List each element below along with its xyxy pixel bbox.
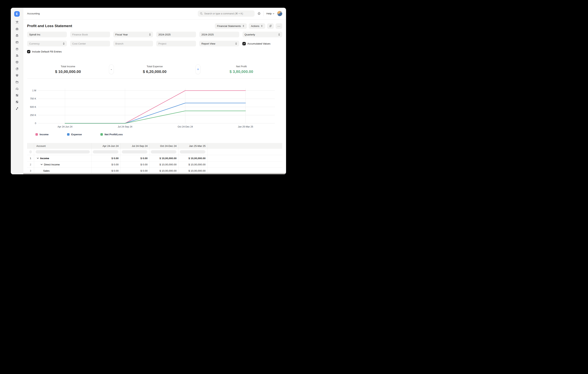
app-sidebar: E	[11, 8, 23, 174]
account-column-header[interactable]: Account	[34, 143, 92, 149]
report-summary: Total Income $ 10,00,000.00 - Total Expe…	[27, 64, 282, 74]
credit-card-icon[interactable]	[15, 41, 19, 44]
pie-chart-icon[interactable]	[15, 67, 19, 71]
search-input[interactable]: Search or type a command (⌘ + K)	[198, 11, 255, 17]
account-name[interactable]: Sales	[43, 169, 50, 172]
package-icon[interactable]	[15, 60, 19, 64]
q4-column-header[interactable]: Jan 25-Mar 25	[179, 143, 208, 149]
project-filter[interactable]: Project	[156, 41, 196, 46]
headset-icon[interactable]	[15, 87, 19, 90]
updown-chevrons-icon	[149, 33, 151, 36]
net-profit-summary: Net Profit $ 3,80,000.00	[200, 65, 282, 74]
tools-icon[interactable]	[15, 21, 19, 24]
topbar: Accounting Search or type a command (⌘ +…	[23, 8, 286, 20]
more-options-button[interactable]: ...	[276, 23, 282, 29]
legend-item-net-profit[interactable]: Net Profit/Loss	[100, 133, 123, 136]
equals-operator-pill: =	[196, 64, 200, 74]
svg-text:Apr 24-Jun 24: Apr 24-Jun 24	[58, 125, 73, 128]
archive-box-icon[interactable]	[15, 34, 19, 37]
legend-item-expense[interactable]: Expense	[67, 133, 82, 136]
section-divider	[27, 78, 282, 79]
income-swatch	[35, 133, 38, 136]
row-number-filter[interactable]	[29, 150, 32, 153]
window-bottom-edge	[23, 173, 286, 174]
account-name[interactable]: Income	[40, 157, 49, 160]
line-chart-canvas: 1 M750 K500 K250 K0Apr 24-Jun 24Jul 24-S…	[27, 86, 277, 131]
checkbox-checked-icon	[242, 42, 246, 45]
q2-filter-input[interactable]	[122, 150, 147, 153]
plug-icon[interactable]	[15, 107, 19, 110]
chevron-down-icon[interactable]	[37, 157, 39, 159]
notifications-bell-icon[interactable]	[257, 12, 261, 15]
q1-filter-input[interactable]	[93, 150, 118, 153]
shield-check-icon[interactable]	[15, 74, 19, 77]
search-placeholder: Search or type a command (⌘ + K)	[204, 12, 243, 15]
start-year-filter[interactable]: 2024-2025	[156, 32, 196, 37]
actions-dropdown[interactable]: Actions	[249, 23, 265, 29]
cell-value: $ 0.00	[121, 155, 150, 161]
report-page: Profit and Loss Statement Financial Stat…	[23, 20, 286, 174]
q3-column-header[interactable]: Oct 24-Dec 24	[150, 143, 179, 149]
help-menu[interactable]: Help	[266, 12, 274, 15]
topbar-divider	[263, 11, 264, 16]
svg-text:750 K: 750 K	[30, 97, 36, 100]
branch-filter[interactable]: Branch	[113, 41, 153, 46]
user-avatar[interactable]	[277, 11, 282, 16]
q2-column-header[interactable]: Jul 24-Sep 24	[121, 143, 150, 149]
svg-text:Oct 24-Dec 24: Oct 24-Dec 24	[178, 125, 193, 128]
finance-book-filter[interactable]: Finance Book	[70, 32, 110, 37]
chevron-down-icon	[273, 13, 274, 15]
period-basis-select[interactable]: Fiscal Year	[113, 32, 153, 37]
table-header-row: Account Apr 24-Jun 24 Jul 24-Sep 24 Oct …	[27, 143, 282, 149]
include-default-fb-entries-checkbox[interactable]: Include Default FB Entries	[27, 50, 62, 53]
svg-text:500 K: 500 K	[30, 106, 36, 108]
account-filter-input[interactable]	[36, 150, 90, 153]
toggles-alt-icon[interactable]	[15, 100, 19, 104]
svg-text:Jul 24-Sep 24: Jul 24-Sep 24	[118, 125, 132, 128]
table-filter-row	[27, 149, 282, 155]
company-filter[interactable]: Spindl Inc	[27, 32, 67, 37]
checkbox-checked-icon	[27, 50, 30, 53]
cell-value: $ 10,00,000.00	[150, 155, 179, 161]
app-window: E Accounting Search or type a comm	[11, 8, 286, 174]
q3-filter-input[interactable]	[151, 150, 176, 153]
updown-chevrons-icon	[63, 42, 65, 45]
cell-value: $ 10,00,000.00	[150, 161, 179, 168]
cell-value: $ 10,00,000.00	[179, 155, 208, 161]
report-view-select[interactable]: Report View	[199, 41, 239, 46]
svg-text:0: 0	[35, 122, 36, 125]
toggles-icon[interactable]	[15, 94, 19, 97]
end-year-filter[interactable]: 2024-2025	[199, 32, 239, 37]
q1-column-header[interactable]: Apr 24-Jun 24	[92, 143, 121, 149]
table-row-income[interactable]: 1 Income $ 0.00 $ 0.00 $ 10,00,000.00 $ …	[27, 155, 282, 161]
chevron-down-icon[interactable]	[41, 163, 43, 166]
cost-center-filter[interactable]: Cost Center	[70, 41, 110, 46]
shopping-bag-icon[interactable]	[15, 47, 19, 51]
periodicity-select[interactable]: Quarterly	[242, 32, 282, 37]
ellipsis-icon: ...	[278, 24, 281, 28]
breadcrumb[interactable]: Accounting	[27, 12, 40, 15]
accumulated-values-checkbox[interactable]: Accumulated Values	[242, 41, 282, 46]
total-income-summary: Total Income $ 10,00,000.00	[27, 65, 109, 74]
folder-icon[interactable]	[15, 80, 19, 84]
svg-text:1 M: 1 M	[32, 89, 36, 92]
search-icon	[200, 12, 203, 15]
q4-filter-input[interactable]	[180, 150, 205, 153]
building-icon[interactable]	[15, 54, 19, 57]
legend-item-income[interactable]: Income	[35, 133, 49, 136]
refresh-button[interactable]	[267, 23, 274, 29]
chart-legend: Income Expense Net Profit/Loss	[35, 132, 282, 136]
header-filler	[208, 143, 282, 149]
updown-chevrons-icon	[278, 33, 280, 36]
account-name[interactable]: Direct Income	[44, 163, 60, 166]
report-group-dropdown[interactable]: Financial Statements	[215, 23, 247, 29]
table-row-direct-income[interactable]: 2 Direct Income $ 0.00 $ 0.00 $ 10,00,00…	[27, 161, 282, 168]
cash-icon[interactable]	[15, 27, 19, 31]
expense-swatch	[67, 133, 70, 136]
app-logo[interactable]: E	[14, 11, 20, 17]
currency-select[interactable]: Currency	[27, 41, 67, 46]
cell-value: $ 10,00,000.00	[179, 161, 208, 168]
row-number-header	[27, 143, 34, 149]
svg-text:250 K: 250 K	[30, 114, 36, 117]
svg-text:Jan 25-Mar 25: Jan 25-Mar 25	[238, 125, 253, 128]
